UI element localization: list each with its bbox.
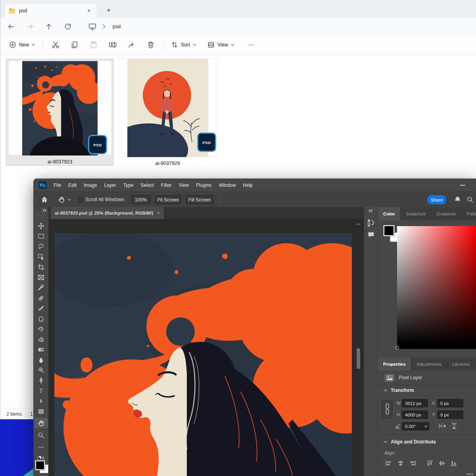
blur-tool[interactable] (33, 355, 48, 365)
zoom-tool[interactable] (33, 430, 48, 440)
dodge-tool[interactable] (33, 365, 48, 375)
tab-properties[interactable]: Properties (378, 358, 411, 370)
path-selection-tool[interactable] (33, 396, 48, 406)
view-button[interactable]: View (204, 38, 238, 52)
menu-filter[interactable]: Filter (157, 182, 175, 188)
transform-section-title[interactable]: Transform (391, 388, 414, 393)
color-picker-marker[interactable] (395, 346, 399, 349)
share-button[interactable] (123, 38, 140, 52)
x-input[interactable]: 0 px (437, 399, 463, 407)
copy-button[interactable] (66, 38, 83, 52)
foreground-color-swatch[interactable] (384, 225, 394, 236)
menu-window[interactable]: Window (215, 182, 240, 188)
scroll-up-arrow[interactable] (355, 221, 361, 227)
gradient-tool[interactable] (33, 345, 48, 354)
forward-button[interactable] (23, 21, 37, 33)
rename-button[interactable] (104, 38, 121, 52)
tab-swatches[interactable]: Swatches (401, 207, 431, 221)
height-input[interactable]: 4000 px (402, 411, 428, 419)
canvas-area[interactable] (48, 219, 364, 476)
angle-dropdown-button[interactable] (422, 422, 429, 430)
y-input[interactable]: 0 px (437, 411, 463, 419)
tab-patterns[interactable]: Patterns (462, 207, 476, 221)
history-panel-icon[interactable] (367, 219, 375, 227)
tab-adjustments[interactable]: Adjustments (411, 358, 447, 370)
document-tab[interactable]: ai-9037923.psd @ 25% (Background, RGB/8#… (51, 207, 164, 219)
back-button[interactable] (4, 21, 18, 33)
menu-file[interactable]: File (50, 182, 65, 188)
file-tile[interactable]: Ps PSD ai-9037929 (119, 58, 216, 165)
cut-button[interactable] (47, 38, 64, 52)
constrain-proportions-link-icon[interactable] (382, 400, 392, 418)
menu-type[interactable]: Type (119, 182, 137, 188)
frame-tool[interactable] (33, 273, 48, 282)
eraser-tool[interactable] (33, 334, 48, 344)
clone-stamp-tool[interactable] (33, 314, 48, 323)
transform-collapse-icon[interactable] (384, 389, 388, 392)
up-button[interactable] (42, 21, 56, 33)
minimize-button[interactable] (460, 185, 465, 186)
width-input[interactable]: 3012 px (402, 399, 428, 407)
notifications-bell-icon[interactable] (454, 196, 461, 203)
rectangle-tool[interactable] (33, 407, 48, 416)
ps-title-bar[interactable]: Ps File Edit Image Layer Type Select Fil… (33, 178, 476, 192)
align-right-edges-button[interactable] (409, 460, 416, 466)
crop-tool[interactable] (33, 262, 48, 272)
refresh-button[interactable] (61, 21, 75, 33)
flip-vertical-icon[interactable] (450, 422, 458, 430)
tab-gradients[interactable]: Gradients (431, 207, 462, 221)
fill-screen-button[interactable]: Fill Screen (186, 195, 213, 204)
brush-tool[interactable] (33, 303, 48, 313)
menu-layer[interactable]: Layer (100, 182, 119, 188)
edit-toolbar-button[interactable] (33, 442, 48, 452)
tab-libraries[interactable]: Libraries (447, 358, 475, 370)
pen-tool[interactable] (33, 376, 48, 385)
home-icon[interactable] (41, 196, 48, 203)
move-tool[interactable] (33, 221, 48, 230)
chevron-down-icon[interactable] (67, 199, 71, 201)
align-section-title[interactable]: Align and Distribute (391, 439, 436, 445)
menu-select[interactable]: Select (137, 182, 157, 188)
menu-view[interactable]: View (175, 182, 192, 188)
color-picker-field[interactable] (397, 226, 476, 349)
new-tab-button[interactable]: + (104, 5, 114, 15)
options-grip[interactable] (35, 196, 36, 204)
eyedropper-tool[interactable] (33, 283, 48, 292)
tab-close-icon[interactable]: × (85, 7, 93, 15)
file-tile[interactable]: Ps PSD ai-9037923 (6, 59, 114, 166)
search-icon[interactable] (467, 196, 473, 203)
align-bottom-edges-button[interactable] (450, 460, 457, 466)
scroll-all-windows-checkbox[interactable] (78, 198, 83, 202)
tab-color[interactable]: Color (378, 207, 401, 221)
flip-horizontal-icon[interactable] (438, 422, 446, 430)
align-top-edges-button[interactable] (426, 460, 434, 466)
type-tool[interactable]: T (33, 386, 48, 395)
foreground-color-swatch[interactable] (35, 461, 45, 470)
document-close-icon[interactable]: × (157, 210, 160, 216)
vertical-scrollbar-thumb[interactable] (357, 348, 360, 369)
menu-edit[interactable]: Edit (65, 182, 80, 188)
align-left-edges-button[interactable] (385, 460, 392, 466)
this-pc-icon[interactable] (86, 21, 99, 33)
hand-tool-option-icon[interactable] (58, 196, 65, 203)
rectangular-marquee-tool[interactable] (33, 231, 48, 241)
comments-panel-icon[interactable] (368, 232, 374, 238)
lasso-tool[interactable] (33, 242, 48, 251)
explorer-tab[interactable]: psd × (4, 3, 97, 18)
delete-button[interactable] (142, 38, 159, 52)
spot-healing-brush-tool[interactable] (33, 293, 48, 303)
paste-button[interactable] (85, 38, 102, 52)
share-button[interactable]: Share (427, 195, 446, 204)
object-selection-tool[interactable] (33, 252, 48, 261)
new-button[interactable]: New (6, 38, 38, 52)
breadcrumb[interactable]: psd (113, 24, 121, 29)
rotation-angle-input[interactable]: 0.00° (402, 422, 422, 430)
align-vertical-centers-button[interactable] (438, 460, 445, 466)
hand-tool[interactable] (34, 418, 48, 428)
sort-button[interactable]: Sort (168, 38, 200, 52)
fit-screen-button[interactable]: Fit Screen (155, 195, 181, 204)
menu-plugins[interactable]: Plugins (192, 182, 215, 188)
history-brush-tool[interactable] (33, 324, 48, 334)
more-options-button[interactable]: ⋯ (246, 38, 257, 52)
align-more-options-button[interactable]: ••• (467, 471, 474, 476)
